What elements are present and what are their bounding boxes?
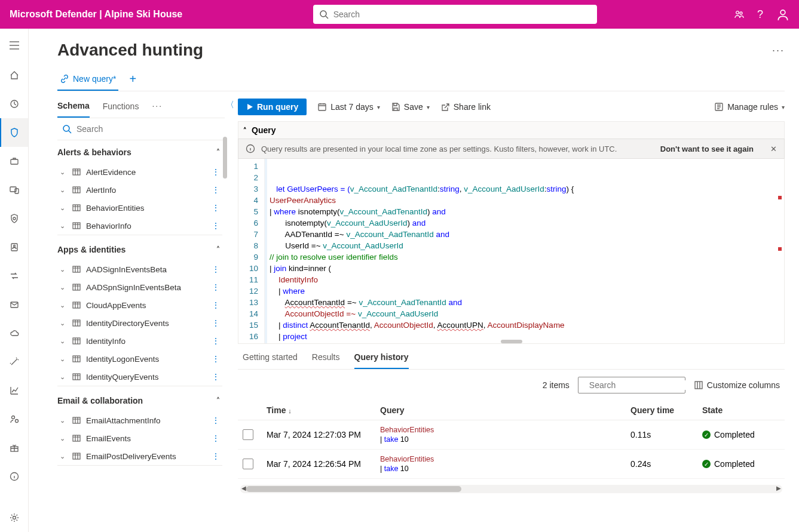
schema-group-header[interactable]: Apps & identities˄ [57,245,222,260]
rail-clock-icon[interactable] [0,90,29,118]
schema-table-item[interactable]: ⌄IdentityQueryEvents⋮ [57,368,222,386]
schema-tab-schema[interactable]: Schema [57,99,90,118]
item-more-icon[interactable]: ⋮ [212,318,220,328]
scroll-left-icon[interactable]: ◀ [241,485,246,491]
schema-search[interactable] [57,118,225,140]
schema-table-item[interactable]: ⌄IdentityInfo⋮ [57,332,222,350]
schema-search-input[interactable] [76,124,220,134]
item-more-icon[interactable]: ⋮ [212,167,220,177]
share-link-button[interactable]: Share link [440,102,491,112]
row-checkbox[interactable] [243,429,253,440]
tab-getting-started[interactable]: Getting started [243,350,298,369]
item-more-icon[interactable]: ⋮ [212,451,220,461]
schema-group-header[interactable]: Alerts & behaviors˄ [57,147,222,163]
rail-mail-icon[interactable] [0,290,29,319]
rail-home-icon[interactable] [0,61,29,90]
query-tab-new[interactable]: New query* [57,70,118,91]
col-time[interactable]: Time ↓ [267,405,380,415]
rail-shield-icon[interactable] [0,118,28,147]
run-query-button[interactable]: Run query [238,99,307,115]
rail-cloud-icon[interactable] [0,319,29,348]
page-more-icon[interactable]: ··· [772,44,785,57]
table-row[interactable]: Mar 7, 2024 12:27:03 PMBehaviorEntities|… [238,420,785,450]
schema-table-item[interactable]: ⌄AlertEvidence⋮ [57,163,222,181]
rail-settings-icon[interactable] [0,503,29,532]
row-checkbox[interactable] [243,459,253,469]
schema-table-item[interactable]: ⌄IdentityLogonEvents⋮ [57,350,222,368]
cell-time: Mar 7, 2024 12:27:03 PM [267,430,380,439]
schema-tab-functions[interactable]: Functions [103,99,139,117]
rail-devices-icon[interactable] [0,176,29,204]
schema-group-header[interactable]: Email & collaboration˄ [57,396,222,411]
rail-gift-icon[interactable] [0,433,29,462]
scroll-right-icon[interactable]: ▶ [776,485,781,491]
time-range-dropdown[interactable]: Last 7 days ▾ [317,102,380,112]
item-more-icon[interactable]: ⋮ [212,203,220,213]
item-more-icon[interactable]: ⋮ [212,300,220,310]
rules-icon [714,102,724,112]
item-more-icon[interactable]: ⋮ [212,265,220,274]
item-more-icon[interactable]: ⋮ [212,433,220,443]
tab-query-history[interactable]: Query history [354,350,409,369]
item-more-icon[interactable]: ⋮ [212,354,220,364]
collapse-panel-icon[interactable]: 〈 [226,100,234,110]
manage-rules-dropdown[interactable]: Manage rules ▾ [714,102,785,112]
table-row[interactable]: Mar 7, 2024 12:26:54 PMBehaviorEntities|… [238,450,785,479]
schema-table-item[interactable]: ⌄EmailAttachmentInfo⋮ [57,411,222,429]
code-editor[interactable]: 12345678910111213141516 let GetUserPeers… [238,159,785,344]
results-search[interactable] [578,377,685,393]
global-search-input[interactable] [333,10,591,19]
help-icon[interactable]: ? [757,8,763,21]
query-section-header[interactable]: ˄ Query [238,121,785,139]
account-icon[interactable] [776,8,789,21]
item-more-icon[interactable]: ⋮ [212,416,220,425]
save-dropdown[interactable]: Save ▾ [391,102,430,112]
schema-table-item[interactable]: ⌄AADSpnSignInEventsBeta⋮ [57,278,222,296]
scrollbar-thumb[interactable] [223,137,227,179]
add-tab-icon[interactable]: + [129,72,136,90]
global-search[interactable] [313,5,597,24]
item-more-icon[interactable]: ⋮ [212,282,220,292]
schema-tabs-more-icon[interactable]: ··· [152,101,163,115]
rail-exchange-icon[interactable] [0,262,29,290]
svg-point-4 [780,10,785,15]
item-more-icon[interactable]: ⋮ [212,185,220,195]
schema-item-label: AADSpnSignInEventsBeta [86,283,181,292]
schema-table-item[interactable]: ⌄AADSignInEventsBeta⋮ [57,260,222,278]
col-state[interactable]: State [702,405,780,415]
results-search-input[interactable] [589,380,694,390]
item-more-icon[interactable]: ⋮ [212,372,220,382]
rail-chart-icon[interactable] [0,376,29,405]
customize-columns-button[interactable]: Customize columns [694,380,780,390]
item-more-icon[interactable]: ⋮ [212,221,220,230]
tab-results[interactable]: Results [312,350,340,369]
resize-handle-icon[interactable] [501,340,522,343]
table-icon [72,416,81,425]
schema-table-item[interactable]: ⌄BehaviorInfo⋮ [57,217,222,235]
editor-code[interactable]: let GetUserPeers = (v_Account_AadTenantI… [265,159,784,343]
col-query-time[interactable]: Query time [630,405,702,415]
scrollbar-thumb[interactable] [246,486,461,492]
col-query[interactable]: Query [380,405,630,415]
horizontal-scrollbar[interactable]: ◀▶ [240,485,782,493]
close-icon[interactable]: ✕ [770,144,777,153]
people-icon[interactable] [734,10,744,19]
rail-briefcase-icon[interactable] [0,147,29,176]
schema-table-item[interactable]: ⌄BehaviorEntities⋮ [57,199,222,217]
svg-rect-34 [73,417,80,423]
schema-table-item[interactable]: ⌄EmailPostDeliveryEvents⋮ [57,447,222,465]
hamburger-icon[interactable] [0,33,29,57]
save-label: Save [404,102,423,112]
rail-lock-icon[interactable] [0,204,29,233]
schema-table-item[interactable]: ⌄EmailEvents⋮ [57,429,222,447]
item-more-icon[interactable]: ⋮ [212,336,220,346]
dismiss-banner-button[interactable]: Don't want to see it again [660,144,754,153]
schema-table-item[interactable]: ⌄AlertInfo⋮ [57,181,222,199]
rail-person-doc-icon[interactable] [0,233,29,262]
schema-table-item[interactable]: ⌄IdentityDirectoryEvents⋮ [57,314,222,332]
rail-info-icon[interactable] [0,462,29,491]
schema-table-item[interactable]: ⌄CloudAppEvents⋮ [57,296,222,314]
svg-rect-32 [73,356,80,362]
rail-people-gear-icon[interactable] [0,405,29,433]
rail-wand-icon[interactable] [0,348,29,376]
